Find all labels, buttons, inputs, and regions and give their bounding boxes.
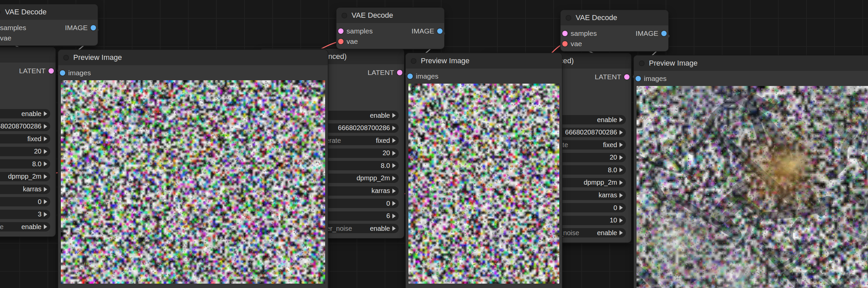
output-slot-image[interactable]: IMAGE: [636, 28, 666, 39]
node-title-bar[interactable]: Preview Image: [406, 53, 562, 69]
widget-row[interactable]: return_with_leftover_noise enable: [0, 222, 50, 231]
widget-right-arrow-icon[interactable]: [392, 163, 396, 168]
widget-value: enable: [370, 225, 390, 232]
node-title-bar[interactable]: VAE Decode: [0, 4, 98, 20]
widget-right-arrow-icon[interactable]: [619, 142, 623, 147]
node-collapse-dot[interactable]: [0, 9, 1, 15]
node-title: VAE Decode: [351, 11, 393, 20]
widget-row[interactable]: add_noise enable: [0, 109, 50, 119]
vae-decode-node-3[interactable]: VAE Decode samples vae IMAGE: [561, 10, 668, 51]
node-collapse-dot[interactable]: [639, 61, 645, 66]
input-slot-vae[interactable]: vae: [562, 38, 582, 50]
slot-label: images: [416, 72, 438, 80]
samples-slot-dot[interactable]: [338, 28, 343, 34]
output-slot-latent[interactable]: LATENT: [595, 71, 629, 83]
widget-value: 66680208700286: [0, 122, 41, 130]
widget-value: dpmpp_2m: [356, 174, 390, 182]
widget-right-arrow-icon[interactable]: [619, 155, 623, 160]
widget-right-arrow-icon[interactable]: [619, 130, 623, 135]
widget-right-arrow-icon[interactable]: [392, 151, 396, 156]
widget-row[interactable]: noise_seed 66680208700286: [0, 122, 50, 131]
widget-value: 10: [610, 216, 617, 224]
ksampler-advanced-node-1[interactable]: KSampler (Advanced) LATENT add_noise ena…: [0, 47, 56, 236]
widget-right-arrow-icon[interactable]: [392, 126, 396, 130]
vae-decode-node-2[interactable]: VAE Decode samples vae IMAGE: [337, 8, 444, 49]
widget-right-arrow-icon[interactable]: [44, 174, 47, 179]
input-slot-samples[interactable]: samples: [562, 28, 597, 39]
input-slot-vae[interactable]: vae: [338, 36, 358, 47]
output-slot-image[interactable]: IMAGE: [411, 25, 442, 37]
widget-right-arrow-icon[interactable]: [44, 162, 47, 166]
vae-slot-dot[interactable]: [562, 41, 568, 46]
node-collapse-dot[interactable]: [63, 55, 69, 61]
preview-image-node-3[interactable]: Preview Image images: [634, 56, 868, 288]
widget-right-arrow-icon[interactable]: [619, 218, 623, 223]
widget-right-arrow-icon[interactable]: [619, 193, 623, 198]
widget-row[interactable]: control_after_generate fixed: [0, 134, 50, 143]
widget-right-arrow-icon[interactable]: [619, 168, 623, 172]
samples-slot-dot[interactable]: [562, 31, 568, 36]
image-slot-dot[interactable]: [437, 28, 442, 34]
widget-right-arrow-icon[interactable]: [44, 124, 47, 129]
widget-row[interactable]: cfg 8.0: [0, 159, 50, 168]
node-collapse-dot[interactable]: [411, 58, 416, 64]
widget-right-arrow-icon[interactable]: [392, 138, 396, 143]
widget-right-arrow-icon[interactable]: [392, 226, 396, 231]
input-slot-vae[interactable]: vae: [0, 32, 11, 44]
images-slot-dot[interactable]: [636, 76, 641, 81]
node-title-bar[interactable]: Preview Image: [634, 56, 868, 71]
input-slot-samples[interactable]: samples: [0, 22, 26, 33]
latent-slot-dot[interactable]: [624, 74, 629, 79]
widget-right-arrow-icon[interactable]: [392, 189, 396, 193]
node-title-bar[interactable]: KSampler (Advanced): [0, 47, 56, 63]
widget-right-arrow-icon[interactable]: [619, 118, 623, 122]
widget-right-arrow-icon[interactable]: [619, 180, 623, 185]
widget-right-arrow-icon[interactable]: [44, 199, 47, 204]
node-title-bar[interactable]: VAE Decode: [337, 8, 444, 23]
node-title-bar[interactable]: VAE Decode: [561, 10, 668, 25]
widget-right-arrow-icon[interactable]: [392, 176, 396, 181]
widget-right-arrow-icon[interactable]: [44, 212, 47, 217]
node-collapse-dot[interactable]: [342, 13, 347, 19]
widget-right-arrow-icon[interactable]: [44, 136, 47, 141]
graph-canvas[interactable]: KSampler (Advanced) LATENT add_noise ena…: [0, 0, 868, 288]
widget-right-arrow-icon[interactable]: [44, 187, 47, 192]
input-slot-samples[interactable]: samples: [338, 25, 373, 37]
slot-label: LATENT: [595, 73, 621, 81]
widget-right-arrow-icon[interactable]: [392, 214, 396, 218]
widget-row[interactable]: start_at_step 0: [0, 197, 50, 206]
widget-right-arrow-icon[interactable]: [619, 205, 623, 210]
preview-image-node-2[interactable]: Preview Image images: [406, 53, 562, 288]
images-slot-dot[interactable]: [407, 73, 413, 79]
widget-value: 8.0: [608, 166, 617, 174]
latent-slot-dot[interactable]: [397, 70, 402, 75]
widget-right-arrow-icon[interactable]: [619, 230, 623, 235]
widget-right-arrow-icon[interactable]: [44, 111, 47, 116]
widget-right-arrow-icon[interactable]: [392, 201, 396, 206]
widget-value: 66680208700286: [338, 124, 390, 132]
image-slot-dot[interactable]: [91, 25, 96, 30]
images-slot-dot[interactable]: [60, 70, 65, 75]
vae-slot-dot[interactable]: [338, 39, 343, 44]
node-title-bar[interactable]: Preview Image: [58, 50, 328, 65]
image-slot-dot[interactable]: [661, 31, 666, 36]
vae-decode-node-1[interactable]: VAE Decode samples vae IMAGE: [0, 4, 98, 45]
widget-row[interactable]: end_at_step 3: [0, 210, 50, 219]
preview-image-node-1[interactable]: Preview Image images: [58, 50, 328, 288]
node-collapse-dot[interactable]: [566, 15, 571, 21]
latent-slot-dot[interactable]: [49, 68, 54, 73]
input-slot-images[interactable]: images: [60, 67, 91, 78]
input-slot-images[interactable]: images: [407, 71, 438, 82]
widget-right-arrow-icon[interactable]: [44, 149, 47, 154]
input-slot-images[interactable]: images: [636, 73, 666, 84]
widget-value: 8.0: [32, 160, 41, 168]
widget-value: fixed: [27, 135, 41, 143]
output-slot-image[interactable]: IMAGE: [65, 22, 96, 33]
widget-row[interactable]: steps 20: [0, 147, 50, 156]
output-slot-latent[interactable]: LATENT: [19, 65, 54, 76]
widget-row[interactable]: sampler_name dpmpp_2m: [0, 172, 50, 181]
widget-right-arrow-icon[interactable]: [44, 224, 47, 229]
widget-row[interactable]: scheduler karras: [0, 185, 50, 194]
widget-right-arrow-icon[interactable]: [392, 113, 396, 118]
output-slot-latent[interactable]: LATENT: [368, 67, 402, 78]
